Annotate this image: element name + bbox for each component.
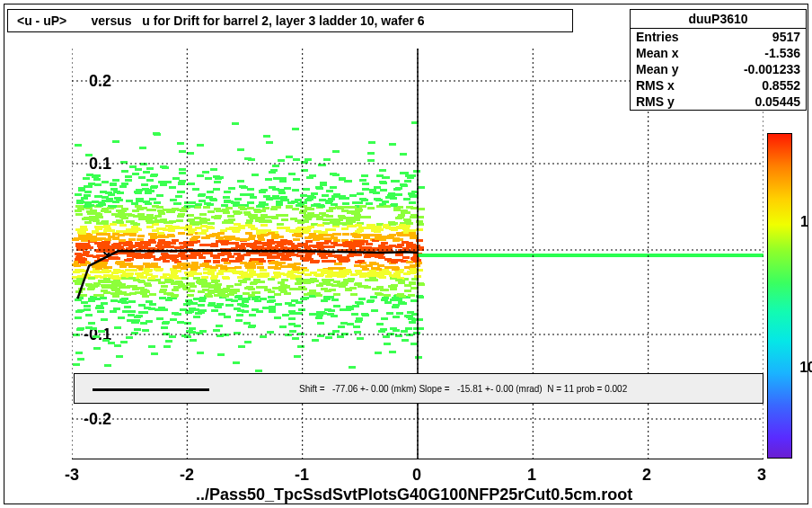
- stats-rmsy-label: RMS y: [636, 94, 675, 110]
- legend-line-sample: [93, 388, 209, 391]
- x-tick: -1: [284, 466, 320, 485]
- stats-rmsy: RMS y 0.05445: [631, 94, 806, 110]
- x-tick: 0: [399, 466, 435, 485]
- x-tick: -2: [169, 466, 205, 485]
- stats-rmsx-label: RMS x: [636, 77, 675, 94]
- fit-legend: Shift = -77.06 +- 0.00 (mkm) Slope = -15…: [74, 373, 763, 404]
- file-path-label: ../Pass50_TpcSsdSvtPlotsG40G100NFP25rCut…: [196, 486, 632, 504]
- x-tick: 2: [629, 466, 665, 485]
- colorbar-tick: 10: [799, 360, 812, 376]
- stats-meanx: Mean x -1.536: [631, 45, 806, 61]
- stats-meany-label: Mean y: [636, 61, 678, 77]
- colorbar-tick: 1: [800, 214, 808, 230]
- fit-legend-text: Shift = -77.06 +- 0.00 (mkm) Slope = -15…: [299, 384, 627, 394]
- x-tick: -3: [54, 466, 90, 485]
- x-tick: 1: [514, 466, 550, 485]
- colour-bar: [767, 133, 792, 459]
- stats-entries-label: Entries: [636, 29, 678, 45]
- stats-entries-val: 9517: [772, 29, 800, 45]
- stats-entries: Entries 9517: [631, 29, 806, 45]
- stats-rmsx-val: 0.8552: [762, 77, 800, 94]
- stats-box: duuP3610 Entries 9517 Mean x -1.536 Mean…: [630, 9, 807, 111]
- fit-line: [77, 250, 418, 299]
- stats-meanx-label: Mean x: [636, 45, 678, 61]
- chart-title: <u - uP> versus u for Drift for barrel 2…: [7, 9, 573, 32]
- stats-meany-val: -0.001233: [744, 61, 800, 77]
- stats-rmsy-val: 0.05445: [755, 94, 800, 110]
- stats-meanx-val: -1.536: [764, 45, 800, 61]
- stats-meany: Mean y -0.001233: [631, 61, 806, 77]
- stats-name: duuP3610: [631, 10, 806, 29]
- stats-rmsx: RMS x 0.8552: [631, 77, 806, 94]
- x-tick: 3: [744, 466, 780, 485]
